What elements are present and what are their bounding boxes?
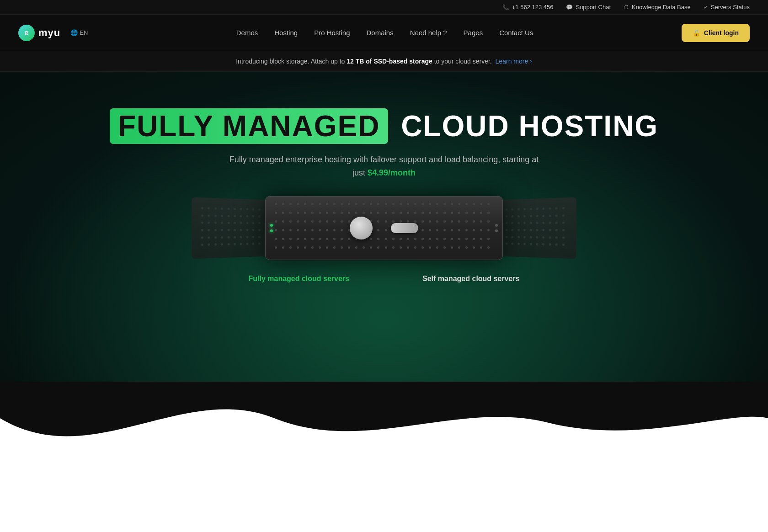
dot <box>536 229 539 231</box>
nav-link-demos[interactable]: Demos <box>229 25 266 40</box>
main-dot <box>451 203 453 205</box>
edge-light-r2 <box>495 229 498 232</box>
main-dot <box>480 212 482 214</box>
nav-link-domains[interactable]: Domains <box>359 25 401 40</box>
main-dot <box>275 212 277 214</box>
server-edge-lights-left <box>270 224 273 232</box>
main-dot <box>400 246 402 249</box>
main-dot <box>443 203 446 205</box>
dot <box>208 214 210 217</box>
main-dot <box>465 220 468 223</box>
hero-price: $4.99/month <box>368 168 416 177</box>
nav-link-hosting[interactable]: Hosting <box>267 25 305 40</box>
main-dot <box>289 246 292 249</box>
nav-link-pro-hosting[interactable]: Pro Hosting <box>307 25 357 40</box>
dot <box>512 236 514 238</box>
nav-link-need-help[interactable]: Need help ? <box>403 25 454 40</box>
main-dot <box>297 229 299 231</box>
dot <box>523 236 526 239</box>
dot <box>536 243 539 245</box>
main-dot <box>326 220 328 223</box>
main-dot <box>319 238 321 240</box>
main-dot <box>363 212 365 214</box>
main-dot <box>451 220 453 223</box>
main-dot <box>436 238 438 240</box>
main-dot <box>311 246 314 249</box>
main-dot <box>333 220 336 223</box>
nav-right: 🔒 Client login <box>682 24 750 42</box>
dot <box>221 229 223 231</box>
dot <box>517 229 520 231</box>
main-dot <box>326 238 328 240</box>
edge-light-r1 <box>495 224 498 227</box>
dot <box>214 244 217 246</box>
dot <box>227 244 229 246</box>
language-selector[interactable]: 🌐 EN <box>70 29 88 36</box>
dot <box>542 229 544 231</box>
clock-icon: ⏱ <box>624 4 629 11</box>
main-dot <box>275 203 277 205</box>
phone-item[interactable]: 📞 +1 562 123 456 <box>502 4 554 11</box>
dot <box>523 243 526 245</box>
dot <box>549 236 551 239</box>
server-dots-right <box>497 197 576 259</box>
client-login-button[interactable]: 🔒 Client login <box>682 24 750 42</box>
main-dot <box>480 220 482 223</box>
navbar: e myu 🌐 EN Demos Hosting Pro Hosting Dom… <box>0 15 768 51</box>
main-dot <box>451 238 453 240</box>
server-eject-button[interactable] <box>391 223 418 233</box>
announcement-prefix: Introducing block storage. Attach up to <box>236 58 345 65</box>
dot <box>517 215 520 218</box>
logo[interactable]: e myu <box>18 25 60 41</box>
dot <box>252 236 255 238</box>
main-dot <box>348 212 350 214</box>
nav-left: e myu 🌐 EN <box>18 25 88 41</box>
dot <box>240 222 242 224</box>
dot <box>555 229 558 231</box>
main-dot <box>304 203 306 205</box>
dot <box>258 236 260 238</box>
main-dot <box>458 220 460 223</box>
server-power-button[interactable] <box>350 217 373 239</box>
dot <box>506 215 507 218</box>
dot <box>517 208 520 211</box>
nav-link-pages[interactable]: Pages <box>456 25 491 40</box>
dot <box>562 229 565 231</box>
main-dot <box>363 246 365 249</box>
main-dot <box>377 246 379 249</box>
dot <box>512 243 514 245</box>
nav-link-contact-us[interactable]: Contact Us <box>492 25 540 40</box>
main-dot <box>319 203 321 205</box>
dot <box>201 222 203 224</box>
learn-more-link[interactable]: Learn more › <box>496 58 532 65</box>
dot <box>562 236 565 239</box>
main-dot <box>333 229 336 231</box>
main-dot <box>333 203 336 205</box>
main-dot <box>297 203 299 205</box>
main-dot <box>275 238 277 240</box>
knowledge-base-item[interactable]: ⏱ Knowledge Data Base <box>624 4 691 11</box>
dot <box>506 208 507 211</box>
main-dot <box>407 246 409 249</box>
main-dot <box>407 203 409 205</box>
main-dot <box>275 229 277 231</box>
server-side-left <box>192 197 271 259</box>
label-fully-managed[interactable]: Fully managed cloud servers <box>248 275 349 283</box>
check-icon: ✓ <box>704 4 708 11</box>
dot <box>221 215 223 217</box>
main-dot <box>289 203 292 205</box>
main-dot <box>473 229 475 231</box>
main-dot <box>348 203 350 205</box>
main-dot <box>341 229 343 231</box>
label-self-managed[interactable]: Self managed cloud servers <box>422 275 520 283</box>
dot <box>536 222 539 224</box>
dot <box>234 236 236 239</box>
main-dot <box>465 238 468 240</box>
dot <box>555 215 558 217</box>
dot <box>542 222 544 224</box>
servers-status-item[interactable]: ✓ Servers Status <box>704 4 750 11</box>
main-dot <box>465 246 468 249</box>
main-dot <box>370 246 372 249</box>
support-chat-item[interactable]: 💬 Support Chat <box>566 4 611 11</box>
dot <box>252 229 255 231</box>
